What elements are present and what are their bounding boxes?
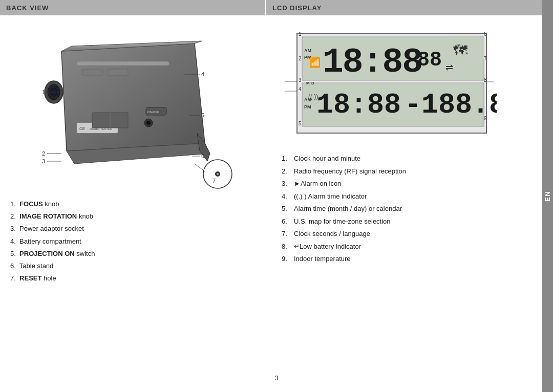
svg-text:5: 5 [201,112,204,118]
svg-text:9: 9 [484,116,487,121]
svg-text:D: D [311,81,314,85]
lcd-display-header: LCD DISPLAY [266,0,542,15]
svg-text:⇌: ⇌ [445,62,453,73]
list-item: 1. FOCUS knob [10,200,256,209]
svg-text:CE: CE [79,126,85,131]
main-content: CE RADIO TESTED ON/OFF [0,15,542,392]
back-view-list: 1. FOCUS knob 2. IMAGE ROTATION knob 3. … [10,200,256,283]
svg-text:7: 7 [212,178,216,184]
lcd-items-list: 1. Clock hour and minute 2. Radio freque… [282,154,531,267]
svg-text:2: 2 [42,150,45,157]
svg-text:((·)): ((·)) [308,93,318,100]
svg-text:📶: 📶 [309,57,321,68]
svg-text:8: 8 [484,77,487,83]
svg-text:3: 3 [42,158,45,164]
lcd-list-item: 2. Radio frequency (RF) signal reception [282,166,531,177]
right-panel: 18:88 88 AM PM 📶 🗺 ⇌ 1 2 3 4 6 7 [266,15,542,392]
list-item: 6. Table stand [10,262,256,271]
svg-text:PM: PM [304,104,311,110]
lcd-list-item: 5. Alarm time (month / day) or calendar [282,204,531,214]
device-image-area: CE RADIO TESTED ON/OFF [10,26,256,189]
lcd-svg: 18:88 88 AM PM 📶 🗺 ⇌ 1 2 3 4 6 7 [282,26,497,138]
lcd-list-item: 7. Clock seconds / language [282,229,531,239]
list-item: 5. PROJECTION ON switch [10,249,256,258]
svg-text:AM: AM [304,48,311,53]
side-tab: EN [542,0,553,392]
lcd-display-area: 18:88 88 AM PM 📶 🗺 ⇌ 1 2 3 4 6 7 [282,26,502,143]
svg-text:-188.8: -188.8 [405,89,497,121]
list-item: 7. RESET hole [10,274,256,283]
lcd-list-item: 6. U.S. map for time-zone selection [282,216,531,227]
lcd-list-item: 3. ► Alarm on icon [282,179,531,189]
left-panel: CE RADIO TESTED ON/OFF [0,15,266,392]
svg-line-31 [195,164,205,171]
svg-text:1: 1 [42,89,45,95]
svg-text:3: 3 [299,77,302,83]
headers-row: BACK VIEW LCD DISPLAY [0,0,542,15]
svg-text:5: 5 [299,121,302,126]
svg-text:88: 88 [417,49,442,72]
list-item: 3. Power adaptor socket [10,224,256,233]
svg-text:1: 1 [299,31,302,37]
lcd-list-item: 1. Clock hour and minute [282,154,531,164]
list-item: 2. IMAGE ROTATION knob [10,212,256,221]
page-number: 3 [274,374,278,382]
svg-rect-1 [82,69,102,75]
lcd-list-item: 9. Indoor temperature [282,254,531,264]
device-svg: CE RADIO TESTED ON/OFF [10,26,246,189]
svg-text:4: 4 [201,71,204,77]
svg-text:18:88: 18:88 [323,42,422,82]
side-tab-label: EN [544,190,551,202]
svg-text:7: 7 [484,56,487,61]
svg-rect-2 [108,69,128,75]
svg-text:6: 6 [201,153,204,159]
svg-text:18:88: 18:88 [316,89,401,121]
svg-text:M: M [306,81,310,85]
svg-text:6: 6 [484,31,487,37]
svg-rect-0 [77,61,169,66]
back-view-header: BACK VIEW [0,0,266,15]
svg-text:4: 4 [299,86,302,92]
lcd-list-item: 8. ↵ Low battery indicator [282,242,531,252]
svg-text:🗺: 🗺 [453,42,467,58]
svg-point-12 [146,121,151,125]
list-item: 4. Battery compartment [10,237,256,246]
svg-text:ON/OFF: ON/OFF [147,111,159,114]
svg-text:2: 2 [299,56,302,61]
svg-point-29 [217,173,219,175]
lcd-list-item: 4. ((.) ) Alarm time indicator [282,191,531,202]
